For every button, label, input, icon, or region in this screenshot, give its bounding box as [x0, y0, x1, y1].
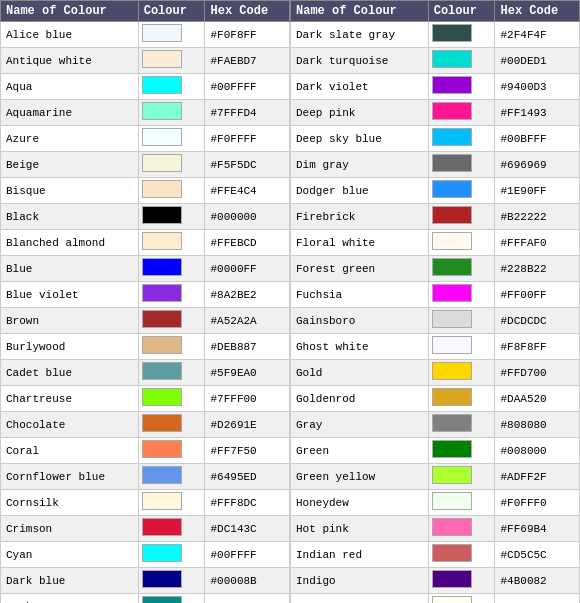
color-swatch-cell	[138, 22, 205, 48]
color-swatch	[432, 570, 472, 588]
table-row: Bisque#FFE4C4	[1, 178, 290, 204]
hex-code: #FF7F50	[205, 438, 290, 464]
color-name: Blue violet	[1, 282, 139, 308]
color-swatch	[432, 466, 472, 484]
color-swatch	[142, 24, 182, 42]
hex-code: #7FFF00	[205, 386, 290, 412]
color-swatch	[432, 128, 472, 146]
table-row: Forest green#228B22	[291, 256, 580, 282]
color-name: Green yellow	[291, 464, 429, 490]
color-swatch-cell	[428, 360, 495, 386]
color-name: Crimson	[1, 516, 139, 542]
color-name: Cornsilk	[1, 490, 139, 516]
color-name: Floral white	[291, 230, 429, 256]
header-name-right: Name of Colour	[291, 1, 429, 22]
color-swatch-cell	[428, 230, 495, 256]
color-name: Cadet blue	[1, 360, 139, 386]
color-name: Fuchsia	[291, 282, 429, 308]
table-row: Blanched almond#FFEBCD	[1, 230, 290, 256]
color-name: Gray	[291, 412, 429, 438]
color-swatch-cell	[138, 360, 205, 386]
color-swatch-cell	[138, 594, 205, 604]
color-swatch	[142, 102, 182, 120]
header-name-left: Name of Colour	[1, 1, 139, 22]
color-swatch-cell	[138, 178, 205, 204]
hex-code: #6495ED	[205, 464, 290, 490]
color-swatch-cell	[428, 412, 495, 438]
color-name: Aquamarine	[1, 100, 139, 126]
hex-code: #2F4F4F	[495, 22, 580, 48]
table-row: Burlywood#DEB887	[1, 334, 290, 360]
table-row: Ivory#FFFFF0	[291, 594, 580, 604]
table-row: Black#000000	[1, 204, 290, 230]
color-swatch-cell	[138, 334, 205, 360]
color-swatch-cell	[138, 74, 205, 100]
hex-code: #1E90FF	[495, 178, 580, 204]
hex-code: #F8F8FF	[495, 334, 580, 360]
color-name: Dark blue	[1, 568, 139, 594]
table-row: Goldenrod#DAA520	[291, 386, 580, 412]
hex-code: #00DED1	[495, 48, 580, 74]
color-swatch-cell	[428, 178, 495, 204]
color-name: Ivory	[291, 594, 429, 604]
hex-code: #D2691E	[205, 412, 290, 438]
table-row: Cornsilk#FFF8DC	[1, 490, 290, 516]
color-swatch-cell	[138, 282, 205, 308]
color-swatch	[432, 362, 472, 380]
color-swatch-cell	[138, 256, 205, 282]
color-name: Ghost white	[291, 334, 429, 360]
color-swatch-cell	[138, 438, 205, 464]
hex-code: #F0FFF0	[495, 490, 580, 516]
color-name: Indian red	[291, 542, 429, 568]
color-swatch-cell	[428, 282, 495, 308]
hex-code: #F0F8FF	[205, 22, 290, 48]
color-swatch-cell	[428, 516, 495, 542]
table-row: Dodger blue#1E90FF	[291, 178, 580, 204]
table-row: Crimson#DC143C	[1, 516, 290, 542]
color-name: Cyan	[1, 542, 139, 568]
table-row: Ghost white#F8F8FF	[291, 334, 580, 360]
color-name: Azure	[1, 126, 139, 152]
color-swatch	[142, 440, 182, 458]
hex-code: #A52A2A	[205, 308, 290, 334]
hex-code: #B22222	[495, 204, 580, 230]
table-row: Alice blue#F0F8FF	[1, 22, 290, 48]
hex-code: #FFFFF0	[495, 594, 580, 604]
color-swatch	[142, 154, 182, 172]
header-colour-right: Colour	[428, 1, 495, 22]
hex-code: #9400D3	[495, 74, 580, 100]
color-swatch	[142, 518, 182, 536]
table-row: Blue violet#8A2BE2	[1, 282, 290, 308]
color-swatch	[142, 50, 182, 68]
table-row: Fuchsia#FF00FF	[291, 282, 580, 308]
color-swatch	[432, 50, 472, 68]
hex-code: #FF69B4	[495, 516, 580, 542]
color-swatch-cell	[138, 308, 205, 334]
table-row: Gainsboro#DCDCDC	[291, 308, 580, 334]
color-swatch	[432, 336, 472, 354]
color-swatch	[432, 518, 472, 536]
color-swatch-cell	[428, 490, 495, 516]
color-swatch	[142, 336, 182, 354]
color-swatch-cell	[428, 542, 495, 568]
hex-code: #F0FFFF	[205, 126, 290, 152]
color-name: Bisque	[1, 178, 139, 204]
table-row: Brown#A52A2A	[1, 308, 290, 334]
color-table-left: Name of Colour Colour Hex Code Alice blu…	[0, 0, 290, 603]
color-name: Goldenrod	[291, 386, 429, 412]
hex-code: #FFE4C4	[205, 178, 290, 204]
color-swatch-cell	[138, 386, 205, 412]
color-swatch-cell	[428, 594, 495, 604]
hex-code: #FF1493	[495, 100, 580, 126]
header-hex-right: Hex Code	[495, 1, 580, 22]
color-name: Firebrick	[291, 204, 429, 230]
color-swatch-cell	[428, 204, 495, 230]
table-row: Cadet blue#5F9EA0	[1, 360, 290, 386]
color-name: Gold	[291, 360, 429, 386]
table-row: Dark violet#9400D3	[291, 74, 580, 100]
color-swatch-cell	[138, 516, 205, 542]
hex-code: #FAEBD7	[205, 48, 290, 74]
hex-code: #696969	[495, 152, 580, 178]
color-name: Dark turquoise	[291, 48, 429, 74]
color-swatch-cell	[138, 100, 205, 126]
